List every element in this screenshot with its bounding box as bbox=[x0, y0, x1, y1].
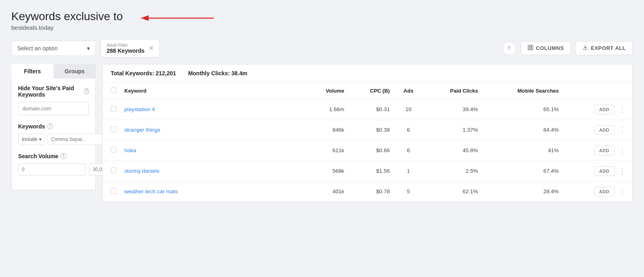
select-all-checkbox[interactable] bbox=[111, 87, 116, 93]
row-keyword-cell: hoka bbox=[120, 140, 305, 161]
row-action-cell: ADD ⋮ bbox=[563, 99, 632, 120]
row-checkbox[interactable] bbox=[111, 188, 116, 194]
tab-groups[interactable]: Groups bbox=[54, 64, 96, 79]
row-ads: 5 bbox=[394, 181, 423, 202]
keyword-link[interactable]: stranger things bbox=[124, 127, 160, 133]
add-button[interactable]: ADD bbox=[594, 125, 615, 135]
row-keyword-cell: playstation 4 bbox=[120, 99, 305, 120]
row-menu-icon[interactable]: ⋮ bbox=[616, 146, 628, 155]
chip-label: Adult Filter bbox=[107, 43, 144, 48]
question-icon: ? bbox=[508, 45, 511, 52]
search-volume-title: Search Volume ? bbox=[18, 153, 89, 159]
row-volume: 846k bbox=[305, 120, 348, 140]
red-arrow-icon bbox=[129, 12, 218, 24]
row-checkbox[interactable] bbox=[111, 106, 116, 112]
select-option-label: Select an option bbox=[17, 45, 58, 52]
volume-help-icon[interactable]: ? bbox=[60, 153, 66, 159]
include-chevron-icon: ▾ bbox=[39, 136, 41, 142]
add-button[interactable]: ADD bbox=[594, 146, 615, 155]
row-menu-icon[interactable]: ⋮ bbox=[616, 126, 628, 134]
row-keyword-cell: stormy daniels bbox=[120, 161, 305, 181]
export-label: EXPORT ALL bbox=[591, 45, 626, 51]
table-row: weather tech car mats 401k $0.78 5 62.1%… bbox=[103, 181, 632, 202]
checkbox-header[interactable] bbox=[103, 83, 120, 99]
row-checkbox-cell[interactable] bbox=[103, 161, 120, 181]
main-layout: Filters Groups Hide Your Site's Paid Key… bbox=[11, 64, 633, 203]
row-checkbox-cell[interactable] bbox=[103, 140, 120, 161]
add-button[interactable]: ADD bbox=[594, 105, 615, 114]
row-keyword-cell: weather tech car mats bbox=[120, 181, 305, 202]
row-mobile-searches: 28.4% bbox=[482, 181, 563, 202]
row-checkbox-cell[interactable] bbox=[103, 120, 120, 140]
row-ads: 10 bbox=[394, 99, 423, 120]
export-icon bbox=[582, 45, 588, 52]
add-button[interactable]: ADD bbox=[594, 166, 615, 176]
svg-marker-1 bbox=[141, 15, 149, 21]
row-cpc: $0.38 bbox=[348, 120, 394, 140]
row-volume: 568k bbox=[305, 161, 348, 181]
row-menu-icon[interactable]: ⋮ bbox=[616, 105, 628, 114]
row-menu-icon[interactable]: ⋮ bbox=[616, 167, 628, 176]
keyword-link[interactable]: weather tech car mats bbox=[124, 188, 178, 194]
row-action-cell: ADD ⋮ bbox=[563, 140, 632, 161]
row-paid-clicks: 45.8% bbox=[423, 140, 482, 161]
add-button[interactable]: ADD bbox=[594, 187, 615, 196]
row-mobile-searches: 67.4% bbox=[482, 161, 563, 181]
hide-paid-input[interactable] bbox=[18, 102, 89, 115]
monthly-clicks-label: Monthly Clicks: bbox=[188, 70, 229, 76]
page-subtitle: bestdeals.today bbox=[11, 24, 123, 31]
export-all-button[interactable]: EXPORT ALL bbox=[576, 41, 633, 55]
row-menu-icon[interactable]: ⋮ bbox=[616, 187, 628, 196]
row-volume: 401k bbox=[305, 181, 348, 202]
chevron-down-icon: ▾ bbox=[87, 45, 90, 52]
col-paid-clicks: Paid Clicks bbox=[423, 83, 482, 99]
row-paid-clicks: 39.4% bbox=[423, 99, 482, 120]
row-cpc: $1.56 bbox=[348, 161, 394, 181]
row-checkbox[interactable] bbox=[111, 167, 116, 173]
row-paid-clicks: 62.1% bbox=[423, 181, 482, 202]
keyword-link[interactable]: hoka bbox=[124, 147, 136, 153]
row-volume: 611k bbox=[305, 140, 348, 161]
row-checkbox[interactable] bbox=[111, 126, 116, 132]
hide-paid-title: Hide Your Site's Paid Keywords ? bbox=[18, 85, 89, 98]
chip-close-icon[interactable]: ✕ bbox=[149, 45, 154, 52]
row-checkbox[interactable] bbox=[111, 147, 116, 153]
row-checkbox-cell[interactable] bbox=[103, 99, 120, 120]
row-paid-clicks: 1.37% bbox=[423, 120, 482, 140]
col-ads: Ads bbox=[394, 83, 423, 99]
hide-paid-help-icon[interactable]: ? bbox=[84, 88, 89, 94]
row-action-cell: ADD ⋮ bbox=[563, 181, 632, 202]
sidebar-body: Hide Your Site's Paid Keywords ? Keyword… bbox=[11, 79, 96, 190]
row-mobile-searches: 64.4% bbox=[482, 120, 563, 140]
sidebar: Filters Groups Hide Your Site's Paid Key… bbox=[11, 64, 96, 203]
keywords-title: Keywords ? bbox=[18, 123, 89, 130]
table-row: stormy daniels 568k $1.56 1 2.5% 67.4% A… bbox=[103, 161, 632, 181]
row-checkbox-cell[interactable] bbox=[103, 181, 120, 202]
help-button[interactable]: ? bbox=[502, 41, 516, 55]
row-ads: 6 bbox=[394, 140, 423, 161]
columns-button[interactable]: COLUMNS bbox=[521, 41, 571, 55]
row-mobile-searches: 41% bbox=[482, 140, 563, 161]
tab-filters[interactable]: Filters bbox=[11, 64, 54, 79]
col-keyword: Keyword bbox=[120, 83, 305, 99]
table-row: playstation 4 1.66m $0.31 10 39.4% 65.1%… bbox=[103, 99, 632, 120]
row-action-cell: ADD ⋮ bbox=[563, 120, 632, 140]
svg-rect-2 bbox=[528, 45, 529, 50]
table-wrapper: Keyword Volume CPC (B) Ads Paid Clicks M… bbox=[103, 83, 632, 202]
row-ads: 6 bbox=[394, 120, 423, 140]
volume-min-input[interactable] bbox=[18, 163, 86, 176]
keyword-link[interactable]: playstation 4 bbox=[124, 106, 155, 112]
svg-rect-4 bbox=[532, 45, 533, 50]
col-cpc: CPC (B) bbox=[348, 83, 394, 99]
columns-icon bbox=[528, 45, 533, 52]
total-keywords-stat: Total Keywords: 212,201 bbox=[111, 70, 176, 76]
svg-rect-3 bbox=[530, 45, 531, 50]
row-action-cell: ADD ⋮ bbox=[563, 161, 632, 181]
adult-filter-chip: Adult Filter 288 Keywords ✕ bbox=[101, 39, 160, 58]
select-option-dropdown[interactable]: Select an option ▾ bbox=[11, 41, 96, 56]
row-paid-clicks: 2.5% bbox=[423, 161, 482, 181]
include-label: Include bbox=[22, 136, 37, 142]
include-select[interactable]: Include ▾ bbox=[18, 134, 45, 145]
keywords-help-icon[interactable]: ? bbox=[47, 123, 53, 129]
keyword-link[interactable]: stormy daniels bbox=[124, 168, 159, 174]
